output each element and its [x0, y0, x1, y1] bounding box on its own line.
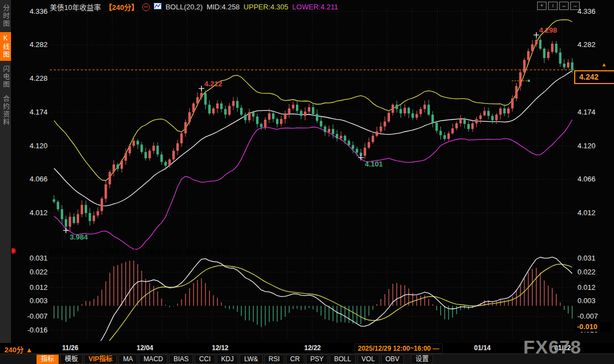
macd-tick-left: 0.022: [17, 268, 48, 276]
crosshair-icon[interactable]: +: [537, 2, 547, 10]
chart-header: 美债10年收益率 【240分】 BOLL(20,2) MID:4.258 UPP…: [50, 2, 338, 12]
current-price-box: 4.242: [574, 70, 614, 84]
toolbar-button-OBV[interactable]: OBV: [381, 355, 404, 364]
svg-text:4.298: 4.298: [539, 26, 558, 34]
sidebar-tab-1[interactable]: K线图: [0, 32, 11, 61]
price-tick-left: 4.120: [17, 142, 48, 150]
toolbar-button-RSI[interactable]: RSI: [264, 355, 284, 364]
macd-tick-left: -0.007: [17, 312, 48, 320]
toolbar-button-设置[interactable]: 设置: [411, 355, 433, 364]
macd-tick-right: 0.012: [577, 283, 611, 292]
symbol-title: 美债10年收益率: [50, 2, 101, 12]
macd-dea-value: DEA:0.019: [145, 247, 180, 256]
x-axis-date-label: 12/22: [293, 344, 332, 352]
interval-badge: 【240分】: [105, 2, 138, 12]
boll-upper-value: UPPER:4.305: [243, 3, 288, 11]
macd-tick-left: 0.003: [17, 297, 48, 305]
macd-tick-right: 0.003: [577, 297, 611, 305]
price-tick-left: 4.012: [17, 209, 48, 217]
fx678-watermark: FX678: [523, 336, 581, 358]
price-tick-right: 4.336: [577, 7, 611, 15]
svg-text:4.101: 4.101: [365, 160, 383, 168]
sidebar-tab-3[interactable]: 合约资料: [0, 93, 11, 128]
x-axis-date-label: 12/04: [126, 344, 164, 352]
remove-indicator-icon[interactable]: [142, 3, 150, 11]
boll-mid-value: MID:4.258: [206, 3, 240, 11]
price-tick-right: 4.012: [577, 209, 611, 217]
toolbar-button-VIP指标[interactable]: VIP指标: [84, 355, 117, 364]
macd-header: MACD(26,12,9) DIFF:0.012 DEA:0.019 MACD:…: [50, 247, 229, 256]
boll-lower-value: LOWER:4.211: [292, 3, 338, 11]
x-axis-date-label: 11/26: [51, 344, 90, 352]
shift-right-icon[interactable]: →: [570, 2, 580, 10]
price-tick-left: 4.174: [17, 108, 48, 116]
mini-chart-icon[interactable]: [154, 3, 162, 11]
price-tick-right: 4.174: [577, 108, 611, 116]
macd-macd-value: MACD:-0.014: [185, 247, 229, 256]
macd-tick-right: -0.007: [577, 312, 611, 320]
toolbar-button-指标[interactable]: 指标: [37, 355, 59, 364]
macd-tick-left: 0.012: [17, 283, 48, 292]
x-axis-row: 240分 ▲ 2025/12/29 12:00~16:00 — 11/2612/…: [0, 343, 614, 353]
crosshair-date-tooltip: 2025/12/29 12:00~16:00 —: [355, 344, 443, 353]
toolbar-button-VOL[interactable]: VOL: [357, 355, 379, 364]
macd-tick-right: 0.031: [577, 254, 611, 262]
toolbar-button-KDJ[interactable]: KDJ: [217, 355, 238, 364]
macd-diff-value: DIFF:0.012: [105, 247, 141, 256]
toolbar-button-CCI[interactable]: CCI: [195, 355, 215, 364]
sidebar-tab-2[interactable]: 闪电图: [0, 63, 11, 91]
sidebar: 分时图K线图闪电图合约资料: [0, 0, 12, 343]
fit-horizontal-icon[interactable]: ↔: [559, 2, 569, 10]
svg-text:3.984: 3.984: [70, 233, 88, 241]
toolbar-button-CR[interactable]: CR: [286, 355, 304, 364]
toolbar-button-LW&[interactable]: LW&: [240, 355, 262, 364]
macd-tick-right: 0.022: [577, 268, 611, 276]
price-tick-left: 4.336: [17, 7, 48, 15]
chart-app-window: 3.9844.2124.1014.298 分时图K线图闪电图合约资料 美债10年…: [0, 0, 614, 364]
toolbar-button-模板[interactable]: 模板: [60, 355, 82, 364]
price-tick-right: 4.066: [577, 175, 611, 183]
toolbar-button-BIAS[interactable]: BIAS: [169, 355, 193, 364]
toolbar-button-BOLL[interactable]: BOLL: [330, 355, 356, 364]
price-tick-left: 4.066: [17, 175, 48, 183]
chart-tools: +↕↔→: [537, 2, 580, 10]
price-tick-right: 4.120: [577, 142, 611, 150]
toolbar-button-MA[interactable]: MA: [118, 355, 137, 364]
macd-tick-left: -0.016: [17, 326, 48, 334]
chevron-up-icon: ▲: [25, 346, 33, 354]
macd-name: MACD(26,12,9): [50, 247, 100, 256]
indicator-toolbar: 指标模板VIP指标MAMACDBIASCCIKDJLW&RSICRPSYBOLL…: [0, 353, 614, 364]
price-tick-right: 4.282: [577, 40, 611, 49]
toolbar-button-PSY[interactable]: PSY: [306, 355, 328, 364]
x-axis-date-label: 12/12: [201, 344, 240, 352]
boll-label: BOLL(20,2): [165, 3, 202, 11]
price-tick-left: 4.228: [17, 74, 48, 82]
x-axis-date-label: 01/14: [463, 344, 502, 352]
macd-tick-left: 0.031: [17, 254, 48, 262]
price-marker-arrow-icon: ▲: [601, 61, 607, 67]
svg-text:4.212: 4.212: [204, 80, 222, 88]
sidebar-tab-0[interactable]: 分时图: [0, 2, 11, 30]
fit-vertical-icon[interactable]: ↕: [548, 2, 558, 10]
toolbar-button-MACD[interactable]: MACD: [139, 355, 167, 364]
current-macd-box: -0.010: [575, 322, 611, 332]
price-tick-left: 4.282: [17, 40, 48, 49]
